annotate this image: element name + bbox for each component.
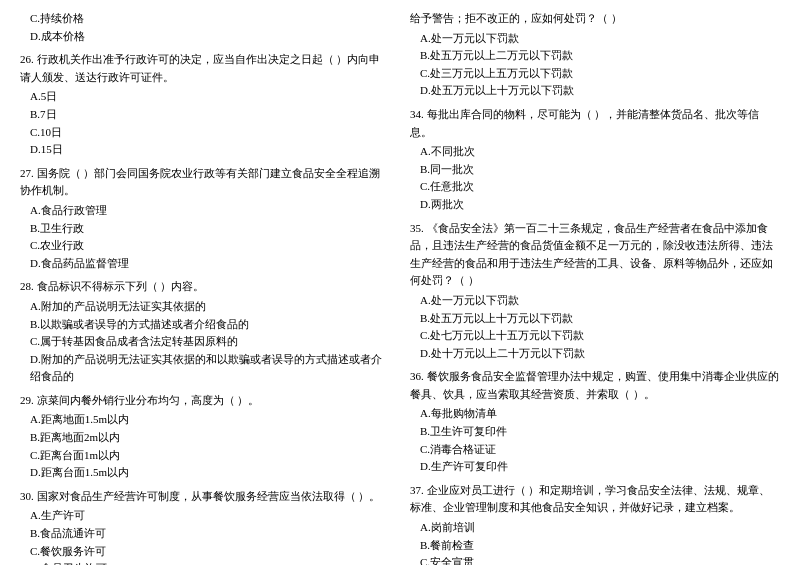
question-28-text: 28. 食品标识不得标示下列（ ）内容。 xyxy=(20,278,390,296)
q36-option-d: D.生产许可复印件 xyxy=(420,458,780,476)
question-37: 37. 企业应对员工进行（ ）和定期培训，学习食品安全法律、法规、规章、标准、企… xyxy=(410,482,780,565)
q28-option-d: D.附加的产品说明无法证实其依据的和以欺骗或者误导的方式描述或者介绍食品的 xyxy=(30,351,390,386)
q27-option-d: D.食品药品监督管理 xyxy=(30,255,390,273)
q26-option-a: A.5日 xyxy=(30,88,390,106)
option-c-price: C.持续价格 xyxy=(30,10,390,28)
q29-option-b: B.距离地面2m以内 xyxy=(30,429,390,447)
q28-option-b: B.以欺骗或者误导的方式描述或者介绍食品的 xyxy=(30,316,390,334)
page-container: C.持续价格 D.成本价格 26. 行政机关作出准予行政许可的决定，应当自作出决… xyxy=(20,10,780,565)
question-27: 27. 国务院（ ）部门会同国务院农业行政等有关部门建立食品安全全程追溯协作机制… xyxy=(20,165,390,273)
q33-option-b: B.处五万元以上二万元以下罚款 xyxy=(420,47,780,65)
q27-option-b: B.卫生行政 xyxy=(30,220,390,238)
q27-option-c: C.农业行政 xyxy=(30,237,390,255)
option-d-price: D.成本价格 xyxy=(30,28,390,46)
question-36: 36. 餐饮服务食品安全监督管理办法中规定，购置、使用集中消毒企业供应的餐具、饮… xyxy=(410,368,780,476)
q34-option-c: C.任意批次 xyxy=(420,178,780,196)
question-block-cd-options: C.持续价格 D.成本价格 xyxy=(20,10,390,45)
q37-option-b: B.餐前检查 xyxy=(420,537,780,555)
question-27-text: 27. 国务院（ ）部门会同国务院农业行政等有关部门建立食品安全全程追溯协作机制… xyxy=(20,165,390,200)
question-33-cont-text: 给予警告；拒不改正的，应如何处罚？（ ） xyxy=(410,10,780,28)
q27-option-a: A.食品行政管理 xyxy=(30,202,390,220)
q28-option-a: A.附加的产品说明无法证实其依据的 xyxy=(30,298,390,316)
q36-option-a: A.每批购物清单 xyxy=(420,405,780,423)
q33-option-d: D.处五万元以上十万元以下罚款 xyxy=(420,82,780,100)
left-column: C.持续价格 D.成本价格 26. 行政机关作出准予行政许可的决定，应当自作出决… xyxy=(20,10,390,565)
q30-option-a: A.生产许可 xyxy=(30,507,390,525)
q37-option-a: A.岗前培训 xyxy=(420,519,780,537)
q33-option-c: C.处三万元以上五万元以下罚款 xyxy=(420,65,780,83)
question-37-text: 37. 企业应对员工进行（ ）和定期培训，学习食品安全法律、法规、规章、标准、企… xyxy=(410,482,780,517)
q29-option-d: D.距离台面1.5m以内 xyxy=(30,464,390,482)
question-34: 34. 每批出库合同的物料，尽可能为（ ），并能清整体货品名、批次等信息。 A.… xyxy=(410,106,780,214)
q30-option-c: C.餐饮服务许可 xyxy=(30,543,390,561)
question-29-text: 29. 凉菜间内餐外销行业分布均匀，高度为（ ）。 xyxy=(20,392,390,410)
question-28: 28. 食品标识不得标示下列（ ）内容。 A.附加的产品说明无法证实其依据的 B… xyxy=(20,278,390,386)
question-26-text: 26. 行政机关作出准予行政许可的决定，应当自作出决定之日起（ ）内向申请人颁发… xyxy=(20,51,390,86)
q35-option-c: C.处七万元以上十五万元以下罚款 xyxy=(420,327,780,345)
q33-option-a: A.处一万元以下罚款 xyxy=(420,30,780,48)
q34-option-b: B.同一批次 xyxy=(420,161,780,179)
q26-option-b: B.7日 xyxy=(30,106,390,124)
question-35-text: 35. 《食品安全法》第一百二十三条规定，食品生产经营者在食品中添加食品，且违法… xyxy=(410,220,780,290)
q28-option-c: C.属于转基因食品成者含法定转基因原料的 xyxy=(30,333,390,351)
question-36-text: 36. 餐饮服务食品安全监督管理办法中规定，购置、使用集中消毒企业供应的餐具、饮… xyxy=(410,368,780,403)
right-column: 给予警告；拒不改正的，应如何处罚？（ ） A.处一万元以下罚款 B.处五万元以上… xyxy=(410,10,780,565)
q30-option-b: B.食品流通许可 xyxy=(30,525,390,543)
q35-option-a: A.处一万元以下罚款 xyxy=(420,292,780,310)
q29-option-a: A.距离地面1.5m以内 xyxy=(30,411,390,429)
question-26: 26. 行政机关作出准予行政许可的决定，应当自作出决定之日起（ ）内向申请人颁发… xyxy=(20,51,390,159)
q26-option-c: C.10日 xyxy=(30,124,390,142)
question-30: 30. 国家对食品生产经营许可制度，从事餐饮服务经营应当依法取得（ ）。 A.生… xyxy=(20,488,390,565)
q36-option-c: C.消毒合格证证 xyxy=(420,441,780,459)
two-column-layout: C.持续价格 D.成本价格 26. 行政机关作出准予行政许可的决定，应当自作出决… xyxy=(20,10,780,565)
q26-option-d: D.15日 xyxy=(30,141,390,159)
q34-option-a: A.不同批次 xyxy=(420,143,780,161)
q30-option-d: D.食品卫生许可 xyxy=(30,560,390,565)
question-29: 29. 凉菜间内餐外销行业分布均匀，高度为（ ）。 A.距离地面1.5m以内 B… xyxy=(20,392,390,482)
q35-option-b: B.处五万元以上十万元以下罚款 xyxy=(420,310,780,328)
q34-option-d: D.两批次 xyxy=(420,196,780,214)
q37-option-c: C.安全宣贯 xyxy=(420,554,780,565)
q35-option-d: D.处十万元以上二十万元以下罚款 xyxy=(420,345,780,363)
question-30-text: 30. 国家对食品生产经营许可制度，从事餐饮服务经营应当依法取得（ ）。 xyxy=(20,488,390,506)
q36-option-b: B.卫生许可复印件 xyxy=(420,423,780,441)
question-34-text: 34. 每批出库合同的物料，尽可能为（ ），并能清整体货品名、批次等信息。 xyxy=(410,106,780,141)
question-35: 35. 《食品安全法》第一百二十三条规定，食品生产经营者在食品中添加食品，且违法… xyxy=(410,220,780,363)
question-33-continued: 给予警告；拒不改正的，应如何处罚？（ ） A.处一万元以下罚款 B.处五万元以上… xyxy=(410,10,780,100)
q29-option-c: C.距离台面1m以内 xyxy=(30,447,390,465)
